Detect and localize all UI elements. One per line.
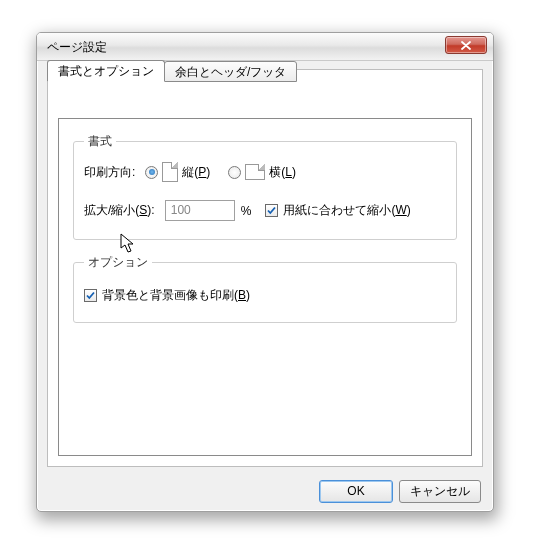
dialog-title: ページ設定	[47, 40, 107, 54]
options-legend: オプション	[84, 254, 152, 271]
orientation-landscape-radio[interactable]	[228, 166, 241, 179]
format-group: 書式 印刷方向: 縦(P) 横(L) 拡大/縮小	[73, 133, 457, 240]
format-legend: 書式	[84, 133, 116, 150]
print-background-checkbox[interactable]	[84, 289, 97, 302]
orientation-landscape-label[interactable]: 横(L)	[269, 164, 296, 181]
check-icon	[266, 205, 277, 216]
page-setup-dialog: ページ設定 書式とオプション 余白とヘッダ/フッタ 書式 印刷方向:	[36, 32, 494, 512]
content-area: 書式 印刷方向: 縦(P) 横(L) 拡大/縮小	[47, 69, 483, 467]
orientation-label: 印刷方向:	[84, 164, 135, 181]
scale-label: 拡大/縮小(S):	[84, 202, 155, 219]
cancel-button[interactable]: キャンセル	[399, 480, 481, 503]
close-button[interactable]	[445, 36, 487, 54]
tab-format-options[interactable]: 書式とオプション	[47, 60, 165, 82]
tabstrip: 書式とオプション 余白とヘッダ/フッタ	[47, 60, 296, 83]
options-group: オプション 背景色と背景画像も印刷(B)	[73, 254, 457, 323]
check-icon	[85, 290, 96, 301]
tabpanel-format: 書式 印刷方向: 縦(P) 横(L) 拡大/縮小	[58, 118, 472, 456]
tab-label: 余白とヘッダ/フッタ	[175, 65, 286, 79]
percent-label: %	[241, 204, 252, 218]
page-portrait-icon	[162, 162, 178, 182]
dialog-footer: OK キャンセル	[37, 471, 493, 511]
print-bg-row: 背景色と背景画像も印刷(B)	[84, 287, 446, 304]
orientation-portrait-label[interactable]: 縦(P)	[182, 164, 210, 181]
fit-to-page-checkbox[interactable]	[265, 204, 278, 217]
print-background-label[interactable]: 背景色と背景画像も印刷(B)	[102, 287, 250, 304]
tab-margins[interactable]: 余白とヘッダ/フッタ	[164, 61, 297, 82]
titlebar: ページ設定	[37, 33, 493, 61]
scale-row: 拡大/縮小(S): 100 % 用紙に合わせて縮小(W)	[84, 200, 446, 221]
ok-button[interactable]: OK	[319, 480, 393, 503]
close-icon	[461, 41, 471, 50]
tab-label: 書式とオプション	[58, 64, 154, 78]
orientation-portrait-radio[interactable]	[145, 166, 158, 179]
page-landscape-icon	[245, 164, 265, 180]
scale-input[interactable]: 100	[165, 200, 235, 221]
orientation-row: 印刷方向: 縦(P) 横(L)	[84, 162, 446, 182]
fit-to-page-label[interactable]: 用紙に合わせて縮小(W)	[283, 202, 410, 219]
